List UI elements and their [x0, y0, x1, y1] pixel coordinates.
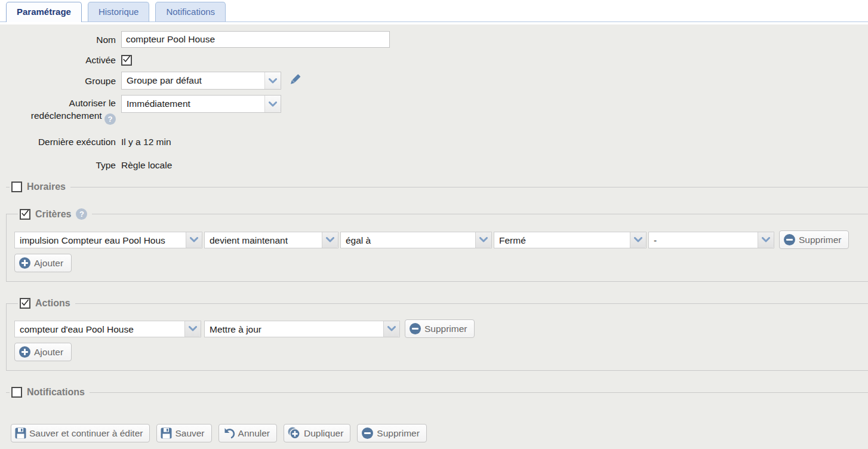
chevron-down-icon — [630, 232, 646, 248]
criteres-section-label: Critères — [35, 209, 71, 220]
undo-icon — [223, 428, 235, 439]
tab-historique[interactable]: Historique — [88, 2, 150, 21]
derniere-execution-label: Dernière exécution — [0, 136, 121, 148]
plus-circle-icon — [19, 346, 31, 358]
tab-notifications[interactable]: Notifications — [155, 2, 226, 21]
save-icon — [161, 428, 172, 439]
notifications-checkbox[interactable] — [11, 387, 22, 398]
criteria-extra-select[interactable]: - — [648, 232, 774, 248]
chevron-down-icon — [383, 321, 399, 337]
section-horaires: Horaires — [6, 182, 868, 192]
delete-button[interactable]: Supprimer — [357, 424, 427, 442]
action-remove-button[interactable]: Supprimer — [405, 319, 475, 338]
criteria-event-select[interactable]: devient maintenant — [204, 232, 338, 248]
chevron-down-icon — [186, 232, 202, 248]
row-derniere-execution: Dernière exécution Il y a 12 min — [0, 136, 868, 148]
save-icon — [15, 428, 26, 439]
tab-bar: Paramétrage Historique Notifications — [0, 0, 868, 22]
action-row: compteur d'eau Pool House Mettre à jour … — [14, 319, 868, 338]
row-groupe: Groupe Groupe par défaut — [0, 72, 868, 90]
action-add-button[interactable]: Ajouter — [14, 343, 72, 361]
type-label: Type — [0, 159, 121, 171]
minus-circle-icon — [783, 233, 796, 246]
chevron-down-icon — [322, 232, 338, 248]
chevron-down-icon — [264, 72, 281, 89]
save-and-continue-button[interactable]: Sauver et continuer à éditer — [11, 424, 150, 442]
nom-input[interactable] — [121, 31, 390, 48]
row-redeclenchement: Autoriser le redéclenchement ? Immédiate… — [0, 95, 868, 125]
criteria-device-select[interactable]: impulsion Compteur eau Pool Hous — [14, 232, 202, 248]
actions-checkbox[interactable] — [20, 298, 30, 309]
criteria-operator-select[interactable]: égal à — [340, 232, 492, 248]
row-type: Type Règle locale — [0, 159, 868, 171]
row-nom: Nom — [0, 31, 868, 48]
redeclenchement-select[interactable]: Immédiatement — [121, 95, 281, 113]
save-button[interactable]: Sauver — [156, 424, 211, 442]
check-icon — [21, 299, 29, 307]
chevron-down-icon — [184, 321, 201, 337]
groupe-label: Groupe — [0, 75, 121, 87]
criteria-value-select[interactable]: Fermé — [494, 232, 647, 248]
type-value: Règle locale — [121, 160, 172, 171]
minus-circle-icon — [409, 322, 421, 335]
chevron-down-icon — [475, 232, 491, 248]
minus-circle-icon — [361, 427, 374, 439]
edit-group-pencil-icon[interactable] — [288, 72, 303, 89]
check-icon — [122, 55, 131, 63]
activee-label: Activée — [0, 54, 121, 66]
criteres-checkbox[interactable] — [20, 209, 30, 220]
nom-label: Nom — [0, 33, 121, 46]
activee-checkbox[interactable] — [121, 55, 132, 66]
actions-section-label: Actions — [35, 298, 70, 309]
action-device-select[interactable]: compteur d'eau Pool House — [14, 321, 201, 337]
tab-parametrage[interactable]: Paramétrage — [6, 2, 82, 22]
section-criteres: Critères ? impulsion Compteur eau Pool H… — [6, 208, 868, 282]
horaires-section-label: Horaires — [27, 182, 66, 192]
plus-circle-icon — [19, 257, 31, 269]
check-icon — [21, 209, 29, 217]
criteria-row: impulsion Compteur eau Pool Hous devient… — [14, 230, 868, 249]
cancel-button[interactable]: Annuler — [218, 424, 277, 442]
row-activee: Activée — [0, 54, 868, 66]
horaires-checkbox[interactable] — [11, 182, 22, 192]
parametrage-panel: Nom Activée Groupe Groupe par défaut — [0, 24, 868, 449]
redeclenchement-help-icon[interactable]: ? — [104, 113, 116, 125]
chevron-down-icon — [758, 232, 774, 248]
criteres-help-icon[interactable]: ? — [76, 208, 87, 220]
duplicate-button[interactable]: Dupliquer — [284, 424, 350, 442]
groupe-select[interactable]: Groupe par défaut — [121, 72, 281, 90]
notifications-section-label: Notifications — [27, 387, 85, 398]
chevron-down-icon — [264, 96, 281, 112]
criteria-add-button[interactable]: Ajouter — [14, 254, 72, 272]
derniere-execution-value: Il y a 12 min — [121, 137, 171, 147]
section-notifications: Notifications — [6, 387, 868, 398]
redeclenchement-label: Autoriser le redéclenchement ? — [0, 95, 121, 125]
duplicate-icon — [288, 427, 301, 439]
section-actions: Actions compteur d'eau Pool House Mettre… — [6, 298, 868, 371]
action-command-select[interactable]: Mettre à jour — [204, 321, 400, 337]
footer-button-bar: Sauver et continuer à éditer Sauver Annu… — [0, 424, 868, 442]
criteria-remove-button[interactable]: Supprimer — [779, 230, 849, 249]
